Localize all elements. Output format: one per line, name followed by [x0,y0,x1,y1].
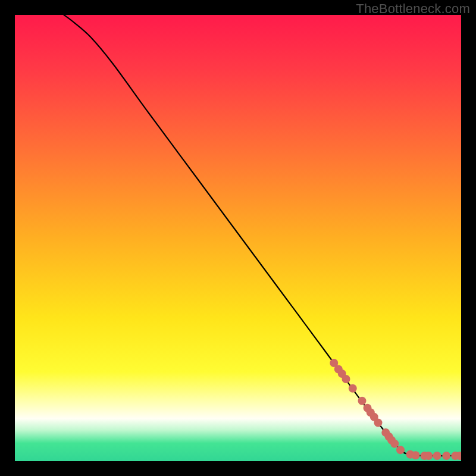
chart-svg [15,15,461,461]
marker-dot [396,446,405,454]
marker-dot [442,452,450,460]
watermark-text: TheBottleneck.com [356,1,470,17]
marker-dot [424,452,433,460]
gradient-background [15,15,461,461]
marker-dot [349,384,357,393]
marker-dot [374,419,383,427]
chart-container: TheBottleneck.com [0,0,476,476]
plot-area [15,15,461,461]
marker-dot [358,397,367,405]
marker-dot [412,451,420,459]
marker-dot [342,375,350,383]
marker-dot [433,452,441,460]
marker-dot [390,440,399,448]
